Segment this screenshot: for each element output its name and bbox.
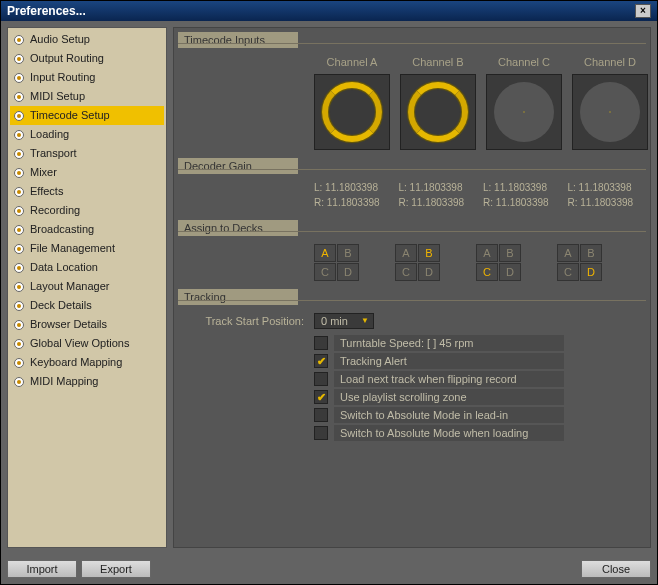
sidebar-item-label: Browser Details bbox=[30, 316, 107, 333]
gain-left: L: 11.1803398 bbox=[483, 182, 562, 193]
sidebar-item-mixer[interactable]: Mixer bbox=[10, 163, 164, 182]
sidebar-item-audio-setup[interactable]: Audio Setup bbox=[10, 30, 164, 49]
assign-decks-row: ABCDABCDABCDABCD bbox=[178, 240, 646, 285]
sidebar-item-label: Broadcasting bbox=[30, 221, 94, 238]
assign-deck-d-button[interactable]: D bbox=[418, 263, 440, 281]
radio-icon bbox=[14, 339, 24, 349]
radio-icon bbox=[14, 320, 24, 330]
sidebar-item-transport[interactable]: Transport bbox=[10, 144, 164, 163]
sidebar-item-label: Keyboard Mapping bbox=[30, 354, 122, 371]
tracking-option-row: Switch to Absolute Mode in lead-in bbox=[314, 407, 646, 423]
section-header-decoder-gain: Decoder Gain bbox=[178, 158, 298, 174]
close-icon[interactable]: × bbox=[635, 4, 651, 18]
channel-c: Channel C bbox=[486, 56, 562, 150]
gain-right: R: 11.1803398 bbox=[399, 197, 478, 208]
tracking-option-label: Tracking Alert bbox=[334, 353, 564, 369]
assign-deck-c-button[interactable]: C bbox=[557, 263, 579, 281]
tracking-option-row: ✔Use playlist scrolling zone bbox=[314, 389, 646, 405]
tracking-option-label: Load next track when flipping record bbox=[334, 371, 564, 387]
channel-a: Channel A bbox=[314, 56, 390, 150]
radio-icon bbox=[14, 301, 24, 311]
track-start-label: Track Start Position: bbox=[178, 315, 314, 327]
assign-deck-a-button[interactable]: A bbox=[557, 244, 579, 262]
export-button[interactable]: Export bbox=[81, 560, 151, 578]
sidebar-item-label: Mixer bbox=[30, 164, 57, 181]
sidebar-item-label: Effects bbox=[30, 183, 63, 200]
sidebar-item-timecode-setup[interactable]: Timecode Setup bbox=[10, 106, 164, 125]
assign-deck-b-button[interactable]: B bbox=[499, 244, 521, 262]
section-header-tracking: Tracking bbox=[178, 289, 298, 305]
tracking-option-label: Turntable Speed: [ ] 45 rpm bbox=[334, 335, 564, 351]
sidebar-item-input-routing[interactable]: Input Routing bbox=[10, 68, 164, 87]
channel-label: Channel D bbox=[572, 56, 648, 68]
tracking-option-row: Load next track when flipping record bbox=[314, 371, 646, 387]
sidebar-item-midi-mapping[interactable]: MIDI Mapping bbox=[10, 372, 164, 391]
checkbox[interactable] bbox=[314, 426, 328, 440]
main-panel: Timecode Inputs Channel AChannel BChanne… bbox=[173, 27, 651, 548]
track-start-select[interactable]: 0 min bbox=[314, 313, 374, 329]
radio-icon bbox=[14, 206, 24, 216]
sidebar-item-label: Output Routing bbox=[30, 50, 104, 67]
checkbox[interactable] bbox=[314, 336, 328, 350]
sidebar-item-output-routing[interactable]: Output Routing bbox=[10, 49, 164, 68]
sidebar-item-effects[interactable]: Effects bbox=[10, 182, 164, 201]
sidebar-item-loading[interactable]: Loading bbox=[10, 125, 164, 144]
channel-label: Channel A bbox=[314, 56, 390, 68]
timecode-scope bbox=[314, 74, 390, 150]
sidebar-item-layout-manager[interactable]: Layout Manager bbox=[10, 277, 164, 296]
sidebar-item-label: Global View Options bbox=[30, 335, 129, 352]
sidebar-item-global-view-options[interactable]: Global View Options bbox=[10, 334, 164, 353]
assign-deck-c-button[interactable]: C bbox=[395, 263, 417, 281]
window-title: Preferences... bbox=[7, 4, 86, 18]
sidebar-item-deck-details[interactable]: Deck Details bbox=[10, 296, 164, 315]
sidebar-item-label: Timecode Setup bbox=[30, 107, 110, 124]
checkbox[interactable] bbox=[314, 408, 328, 422]
close-button[interactable]: Close bbox=[581, 560, 651, 578]
sidebar-item-broadcasting[interactable]: Broadcasting bbox=[10, 220, 164, 239]
assign-deck-d-button[interactable]: D bbox=[499, 263, 521, 281]
radio-icon bbox=[14, 73, 24, 83]
assign-deck-a-button[interactable]: A bbox=[314, 244, 336, 262]
radio-icon bbox=[14, 111, 24, 121]
assign-deck-b-button[interactable]: B bbox=[580, 244, 602, 262]
sidebar-item-label: MIDI Setup bbox=[30, 88, 85, 105]
gain-readout: L: 11.1803398R: 11.1803398 bbox=[483, 182, 562, 212]
assign-deck-d-button[interactable]: D bbox=[337, 263, 359, 281]
assign-deck-a-button[interactable]: A bbox=[395, 244, 417, 262]
radio-icon bbox=[14, 244, 24, 254]
channel-label: Channel B bbox=[400, 56, 476, 68]
import-button[interactable]: Import bbox=[7, 560, 77, 578]
tracking-option-row: ✔Tracking Alert bbox=[314, 353, 646, 369]
assign-deck-c-button[interactable]: C bbox=[314, 263, 336, 281]
checkbox[interactable]: ✔ bbox=[314, 354, 328, 368]
radio-icon bbox=[14, 130, 24, 140]
sidebar-item-data-location[interactable]: Data Location bbox=[10, 258, 164, 277]
assign-group: ABCD bbox=[476, 244, 521, 281]
sidebar-item-recording[interactable]: Recording bbox=[10, 201, 164, 220]
assign-deck-b-button[interactable]: B bbox=[418, 244, 440, 262]
section-header-assign-decks: Assign to Decks bbox=[178, 220, 298, 236]
sidebar-item-label: Layout Manager bbox=[30, 278, 110, 295]
assign-deck-d-button[interactable]: D bbox=[580, 263, 602, 281]
sidebar-item-midi-setup[interactable]: MIDI Setup bbox=[10, 87, 164, 106]
sidebar-item-label: Recording bbox=[30, 202, 80, 219]
no-signal-icon bbox=[494, 82, 554, 142]
assign-deck-b-button[interactable]: B bbox=[337, 244, 359, 262]
sidebar-item-keyboard-mapping[interactable]: Keyboard Mapping bbox=[10, 353, 164, 372]
checkbox[interactable]: ✔ bbox=[314, 390, 328, 404]
assign-group: ABCD bbox=[557, 244, 602, 281]
tracking-option-row: Switch to Absolute Mode when loading bbox=[314, 425, 646, 441]
sidebar-item-file-management[interactable]: File Management bbox=[10, 239, 164, 258]
tracking-option-label: Use playlist scrolling zone bbox=[334, 389, 564, 405]
sidebar-item-browser-details[interactable]: Browser Details bbox=[10, 315, 164, 334]
gain-left: L: 11.1803398 bbox=[568, 182, 647, 193]
gain-readout: L: 11.1803398R: 11.1803398 bbox=[399, 182, 478, 212]
assign-group: ABCD bbox=[395, 244, 440, 281]
section-header-timecode-inputs: Timecode Inputs bbox=[178, 32, 298, 48]
checkbox[interactable] bbox=[314, 372, 328, 386]
assign-deck-c-button[interactable]: C bbox=[476, 263, 498, 281]
radio-icon bbox=[14, 54, 24, 64]
timecode-scope bbox=[400, 74, 476, 150]
gain-right: R: 11.1803398 bbox=[568, 197, 647, 208]
assign-deck-a-button[interactable]: A bbox=[476, 244, 498, 262]
